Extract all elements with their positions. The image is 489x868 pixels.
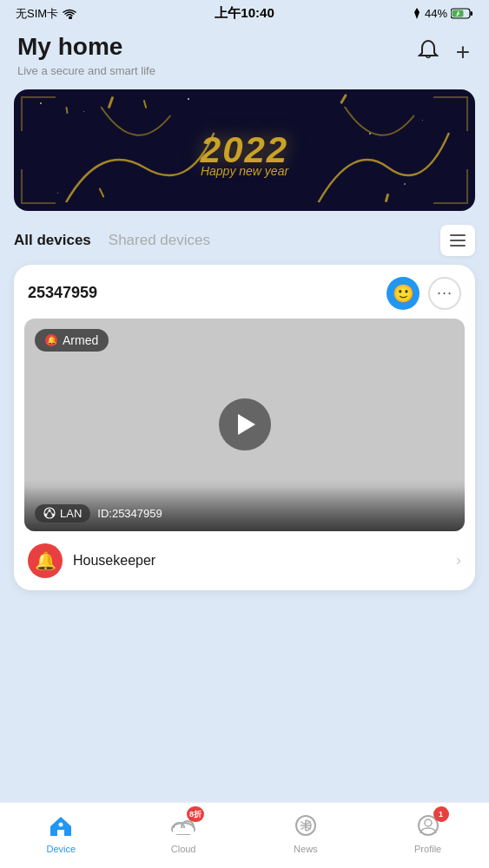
housekeeper-icon: 🔔	[28, 543, 63, 578]
nav-item-news[interactable]: News	[275, 810, 336, 854]
device-card: 25347959 🙂 ··· 🔔 Armed	[14, 265, 475, 590]
header-actions: +	[416, 37, 472, 67]
armed-dot: 🔔	[45, 334, 57, 346]
housekeeper-bell-icon: 🔔	[35, 550, 56, 571]
page-header: My home Live a secure and smart life +	[0, 25, 489, 89]
armed-text: Armed	[63, 333, 98, 347]
status-time: 上午10:40	[215, 5, 274, 22]
page-subtitle: Live a secure and smart life	[17, 64, 155, 77]
card-header-actions: 🙂 ···	[387, 277, 461, 310]
nav-news-icon-wrap	[290, 810, 321, 841]
bottom-navigation: Device 8折 Cloud	[0, 802, 489, 868]
status-bar: 无SIM卡 上午10:40 44%	[0, 0, 489, 25]
tab-all-devices[interactable]: All devices	[14, 228, 91, 253]
video-bottom-bar: LAN ID:25347959	[24, 487, 465, 531]
nav-cloud-icon-wrap: 8折	[168, 810, 199, 841]
battery-percent: 44%	[425, 7, 447, 20]
nav-device-label: Device	[47, 844, 76, 854]
video-preview: 🔔 Armed LAN ID:25347959	[24, 319, 465, 531]
promo-banner: 2022 Happy new year	[14, 89, 475, 211]
banner-corner-tl	[21, 96, 56, 131]
page-title: My home	[17, 34, 155, 61]
location-icon	[413, 8, 421, 20]
header-text-block: My home Live a secure and smart life	[17, 34, 155, 77]
news-icon	[294, 814, 317, 837]
nav-item-device[interactable]: Device	[30, 810, 91, 854]
banner-corner-bl	[21, 169, 56, 204]
lan-badge: LAN	[35, 504, 90, 523]
housekeeper-label: Housekeeper	[73, 553, 446, 569]
housekeeper-row[interactable]: 🔔 Housekeeper ›	[14, 531, 475, 590]
nav-profile-label: Profile	[414, 844, 441, 854]
nav-device-icon-wrap	[45, 810, 76, 841]
device-id-label: ID:25347959	[97, 507, 162, 520]
device-more-button[interactable]: ···	[428, 277, 461, 310]
device-id-text: 25347959	[28, 284, 97, 302]
ellipsis-icon: ···	[437, 284, 453, 302]
play-button[interactable]	[219, 398, 271, 450]
svg-point-12	[59, 823, 63, 827]
tab-shared-devices[interactable]: Shared devices	[109, 228, 210, 253]
network-icon	[43, 507, 56, 519]
device-avatar-button[interactable]: 🙂	[387, 277, 420, 310]
cloud-badge: 8折	[187, 806, 204, 822]
nav-item-profile[interactable]: 1 Profile	[398, 810, 459, 854]
armed-bell-icon: 🔔	[47, 336, 56, 345]
home-icon	[49, 813, 73, 838]
profile-badge-text: 1	[439, 810, 443, 819]
carrier-text: 无SIM卡	[16, 6, 58, 22]
nav-item-cloud[interactable]: 8折 Cloud	[153, 810, 214, 854]
wifi-icon	[63, 9, 76, 19]
cloud-badge-text: 8折	[189, 809, 202, 820]
play-triangle-icon	[238, 414, 255, 435]
nav-profile-icon-wrap: 1	[413, 810, 444, 841]
device-tabs: All devices Shared devices	[0, 225, 489, 256]
hamburger-icon	[450, 234, 466, 247]
avatar-emoji: 🙂	[393, 283, 414, 304]
banner-corner-br	[433, 169, 468, 204]
armed-badge: 🔔 Armed	[35, 329, 109, 352]
lan-label: LAN	[60, 507, 82, 520]
banner-greeting: Happy new year	[201, 164, 288, 178]
svg-point-21	[425, 819, 432, 826]
tab-menu-button[interactable]	[440, 225, 475, 256]
add-button[interactable]: +	[454, 38, 472, 66]
svg-line-10	[50, 510, 53, 515]
svg-rect-11	[58, 830, 63, 836]
svg-line-9	[46, 510, 50, 515]
nav-news-label: News	[294, 844, 318, 854]
chevron-right-icon: ›	[456, 551, 461, 569]
notification-button[interactable]	[416, 37, 440, 67]
svg-rect-1	[471, 11, 473, 16]
nav-cloud-label: Cloud	[171, 844, 196, 854]
banner-corner-tr	[433, 96, 468, 131]
card-header: 25347959 🙂 ···	[14, 265, 475, 319]
battery-icon	[451, 8, 473, 19]
profile-badge: 1	[433, 806, 449, 822]
status-battery-area: 44%	[413, 7, 473, 20]
status-carrier-wifi: 无SIM卡	[16, 6, 76, 22]
